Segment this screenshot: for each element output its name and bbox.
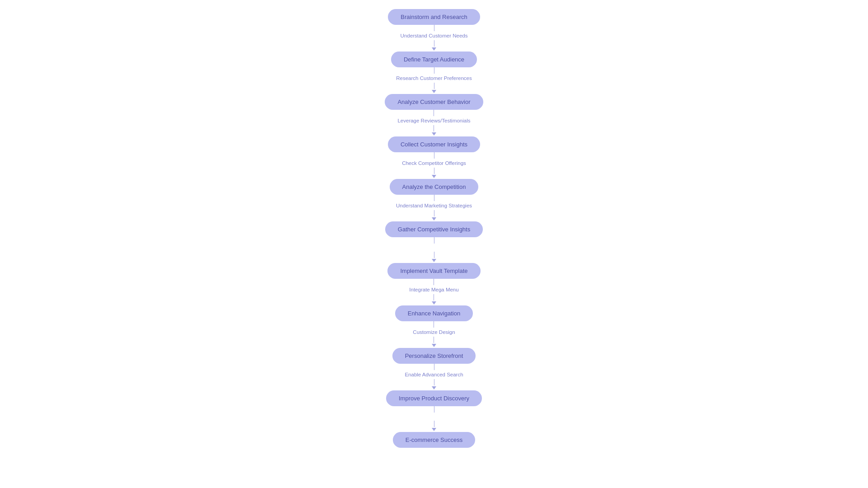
node-define-target[interactable]: Define Target Audience bbox=[391, 52, 477, 67]
arrow-10 bbox=[432, 428, 436, 431]
arrow-1 bbox=[432, 47, 436, 51]
arrow-6 bbox=[432, 259, 436, 262]
connector-1: Understand Customer Needs bbox=[401, 25, 468, 52]
connector-10 bbox=[432, 406, 436, 432]
node-analyze-competition[interactable]: Analyze the Competition bbox=[390, 179, 479, 195]
connector-7: Integrate Mega Menu bbox=[409, 279, 458, 305]
label-understand-marketing: Understand Marketing Strategies bbox=[396, 203, 472, 208]
connector-4: Check Competitor Offerings bbox=[402, 152, 466, 179]
label-understand-customer-needs: Understand Customer Needs bbox=[401, 33, 468, 38]
node-enhance-navigation[interactable]: Enhance Navigation bbox=[395, 305, 473, 321]
arrow-2 bbox=[432, 90, 436, 93]
label-customize-design: Customize Design bbox=[413, 329, 455, 335]
node-ecommerce-success[interactable]: E-commerce Success bbox=[393, 432, 475, 448]
label-integrate-mega-menu: Integrate Mega Menu bbox=[409, 287, 458, 292]
arrow-7 bbox=[432, 301, 436, 305]
node-gather-competitive[interactable]: Gather Competitive Insights bbox=[385, 221, 483, 237]
arrow-5 bbox=[432, 217, 436, 221]
connector-5: Understand Marketing Strategies bbox=[396, 195, 472, 221]
connector-9: Enable Advanced Search bbox=[405, 364, 463, 390]
node-brainstorm[interactable]: Brainstorm and Research bbox=[388, 9, 480, 25]
node-implement-vault[interactable]: Implement Vault Template bbox=[387, 263, 480, 279]
arrow-9 bbox=[432, 386, 436, 389]
node-personalize-storefront[interactable]: Personalize Storefront bbox=[392, 348, 476, 364]
label-research-preferences: Research Customer Preferences bbox=[396, 75, 472, 81]
node-improve-discovery[interactable]: Improve Product Discovery bbox=[386, 390, 482, 406]
arrow-4 bbox=[432, 175, 436, 178]
connector-3: Leverage Reviews/Testimonials bbox=[397, 110, 470, 136]
label-leverage-reviews: Leverage Reviews/Testimonials bbox=[397, 118, 470, 123]
label-check-competitor: Check Competitor Offerings bbox=[402, 160, 466, 166]
arrow-8 bbox=[432, 344, 436, 347]
node-analyze-behavior[interactable]: Analyze Customer Behavior bbox=[385, 94, 483, 110]
label-enable-advanced-search: Enable Advanced Search bbox=[405, 372, 463, 377]
arrow-3 bbox=[432, 132, 436, 136]
connector-8: Customize Design bbox=[413, 321, 455, 348]
connector-2: Research Customer Preferences bbox=[396, 67, 472, 94]
flowchart: Brainstorm and Research Understand Custo… bbox=[0, 0, 868, 466]
connector-6 bbox=[432, 237, 436, 263]
node-collect-insights[interactable]: Collect Customer Insights bbox=[388, 136, 480, 152]
